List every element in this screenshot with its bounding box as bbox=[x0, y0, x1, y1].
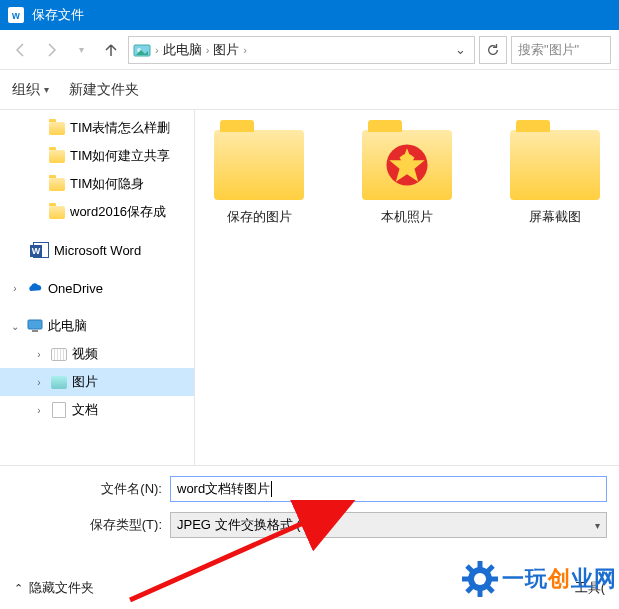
expand-icon[interactable]: › bbox=[8, 283, 22, 294]
refresh-button[interactable] bbox=[479, 36, 507, 64]
tile-label: 保存的图片 bbox=[227, 208, 292, 226]
onedrive-icon bbox=[26, 279, 44, 297]
back-button[interactable] bbox=[8, 37, 34, 63]
folder-tile[interactable]: 本机照片 bbox=[353, 130, 461, 226]
chevron-down-icon: ▾ bbox=[44, 84, 49, 95]
star-badge-icon bbox=[362, 130, 452, 200]
bottom-bar: ⌃ 隐藏文件夹 工具( bbox=[0, 567, 619, 609]
folder-icon bbox=[48, 147, 66, 165]
folder-tile[interactable]: 屏幕截图 bbox=[501, 130, 609, 226]
tree-pictures-item[interactable]: ›图片 bbox=[0, 368, 194, 396]
up-button[interactable] bbox=[98, 37, 124, 63]
filetype-label: 保存类型(T): bbox=[12, 516, 162, 534]
svg-rect-2 bbox=[28, 320, 42, 329]
hide-folders-toggle[interactable]: ⌃ 隐藏文件夹 bbox=[14, 579, 94, 597]
tree-documents-item[interactable]: ›文档 bbox=[0, 396, 194, 424]
toolbar: 组织 ▾ 新建文件夹 bbox=[0, 70, 619, 110]
title-bar: w 保存文件 bbox=[0, 0, 619, 30]
breadcrumb[interactable]: › 此电脑 › 图片 › ⌄ bbox=[128, 36, 475, 64]
recent-locations-button[interactable]: ▾ bbox=[68, 37, 94, 63]
tree-label: 视频 bbox=[72, 345, 98, 363]
organize-menu[interactable]: 组织 ▾ bbox=[12, 81, 49, 99]
computer-icon bbox=[26, 317, 44, 335]
svg-rect-3 bbox=[32, 330, 38, 332]
tree-label: TIM如何隐身 bbox=[70, 175, 144, 193]
chevron-up-icon: ⌃ bbox=[14, 582, 23, 595]
tree-onedrive-item[interactable]: ›OneDrive bbox=[0, 274, 194, 302]
tree-folder-item[interactable]: word2016保存成 bbox=[0, 198, 194, 226]
chevron-right-icon: › bbox=[241, 44, 249, 56]
expand-icon[interactable]: › bbox=[32, 405, 46, 416]
collapse-icon[interactable]: ⌄ bbox=[8, 321, 22, 332]
navigation-row: ▾ › 此电脑 › 图片 › ⌄ 搜索"图片" bbox=[0, 30, 619, 70]
tree-label: OneDrive bbox=[48, 281, 103, 296]
chevron-right-icon: › bbox=[204, 44, 212, 56]
tree-folder-item[interactable]: TIM如何建立共享 bbox=[0, 142, 194, 170]
folder-icon bbox=[214, 130, 304, 200]
file-content-area[interactable]: 保存的图片 本机照片 屏幕截图 bbox=[195, 110, 619, 465]
tree-label: 文档 bbox=[72, 401, 98, 419]
tools-label[interactable]: 工具( bbox=[575, 579, 605, 597]
search-placeholder: 搜索"图片" bbox=[518, 41, 579, 59]
tree-label: Microsoft Word bbox=[54, 243, 141, 258]
videos-icon bbox=[50, 345, 68, 363]
text-cursor bbox=[271, 481, 272, 497]
tile-label: 本机照片 bbox=[381, 208, 433, 226]
documents-icon bbox=[50, 401, 68, 419]
pictures-location-icon bbox=[133, 41, 151, 59]
filename-label: 文件名(N): bbox=[12, 480, 162, 498]
filetype-combo[interactable]: JPEG 文件交换格式 (*.jpg) ▾ bbox=[170, 512, 607, 538]
filename-value: word文档转图片 bbox=[177, 480, 270, 498]
forward-button[interactable] bbox=[38, 37, 64, 63]
tree-label: TIM如何建立共享 bbox=[70, 147, 170, 165]
search-input[interactable]: 搜索"图片" bbox=[511, 36, 611, 64]
folder-icon bbox=[510, 130, 600, 200]
folder-icon bbox=[48, 119, 66, 137]
breadcrumb-root[interactable]: 此电脑 bbox=[163, 41, 202, 59]
folder-icon bbox=[48, 175, 66, 193]
main-area: TIM表情怎么样删 TIM如何建立共享 TIM如何隐身 word2016保存成 … bbox=[0, 110, 619, 465]
organize-label: 组织 bbox=[12, 81, 40, 99]
tree-videos-item[interactable]: ›视频 bbox=[0, 340, 194, 368]
folder-icon bbox=[48, 203, 66, 221]
tree-folder-item[interactable]: TIM如何隐身 bbox=[0, 170, 194, 198]
breadcrumb-dropdown-icon[interactable]: ⌄ bbox=[451, 42, 470, 57]
save-fields: 文件名(N): word文档转图片 保存类型(T): JPEG 文件交换格式 (… bbox=[0, 465, 619, 554]
pictures-icon bbox=[50, 373, 68, 391]
expand-icon[interactable]: › bbox=[32, 349, 46, 360]
tree-word-item[interactable]: Microsoft Word bbox=[0, 236, 194, 264]
tree-label: 此电脑 bbox=[48, 317, 87, 335]
tree-folder-item[interactable]: TIM表情怎么样删 bbox=[0, 114, 194, 142]
tile-label: 屏幕截图 bbox=[529, 208, 581, 226]
folder-tile[interactable]: 保存的图片 bbox=[205, 130, 313, 226]
new-folder-label: 新建文件夹 bbox=[69, 81, 139, 99]
expand-icon[interactable]: › bbox=[32, 377, 46, 388]
tree-label: 图片 bbox=[72, 373, 98, 391]
tree-label: word2016保存成 bbox=[70, 203, 166, 221]
filetype-value: JPEG 文件交换格式 (*.jpg) bbox=[177, 516, 331, 534]
new-folder-button[interactable]: 新建文件夹 bbox=[69, 81, 139, 99]
breadcrumb-current[interactable]: 图片 bbox=[213, 41, 239, 59]
navigation-tree[interactable]: TIM表情怎么样删 TIM如何建立共享 TIM如何隐身 word2016保存成 … bbox=[0, 110, 195, 465]
filename-input[interactable]: word文档转图片 bbox=[170, 476, 607, 502]
tree-thispc-item[interactable]: ⌄此电脑 bbox=[0, 312, 194, 340]
word-icon bbox=[32, 241, 50, 259]
tree-label: TIM表情怎么样删 bbox=[70, 119, 170, 137]
window-title: 保存文件 bbox=[32, 6, 84, 24]
word-app-icon: w bbox=[8, 7, 24, 23]
chevron-right-icon: › bbox=[153, 44, 161, 56]
chevron-down-icon: ▾ bbox=[595, 520, 600, 531]
hide-folders-label: 隐藏文件夹 bbox=[29, 579, 94, 597]
folder-icon bbox=[362, 130, 452, 200]
